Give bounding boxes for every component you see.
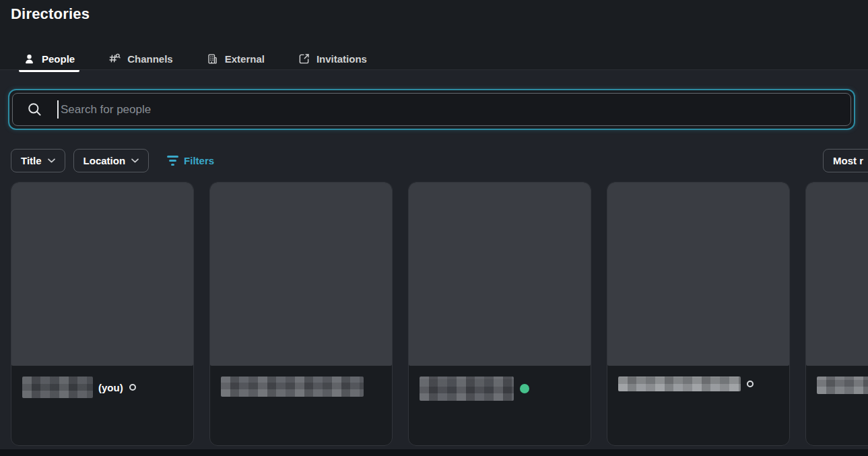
tab-label: People [42,53,75,65]
chevron-down-icon [48,158,55,163]
filters-label: Filters [184,155,214,166]
tab-label: Channels [127,53,173,65]
search-icon [27,102,42,117]
person-name-row [817,377,868,394]
redacted-name [817,377,868,394]
search-field[interactable] [12,93,851,126]
search-bar [8,89,855,130]
person-name-row [221,377,387,397]
person-card[interactable] [805,182,868,446]
tab-external[interactable]: External [205,47,266,70]
person-name-row [420,377,585,401]
person-card[interactable]: (you) [11,182,194,446]
title-filter-button[interactable]: Title [11,149,65,172]
redacted-name [221,377,364,397]
person-name-row [618,377,784,391]
sort-dropdown-button[interactable]: Most r [823,149,868,172]
person-card[interactable] [209,182,393,446]
sort-dropdown-label: Most r [833,155,863,166]
tab-label: Invitations [316,53,367,65]
you-label: (you) [98,382,123,393]
channel-browse-icon [108,53,121,65]
text-caret [57,100,59,119]
title-filter-label: Title [21,155,42,166]
person-name-row: (you) [22,377,188,398]
building-icon [207,53,218,65]
redacted-name [618,377,741,391]
invite-icon [298,53,310,65]
chevron-down-icon [131,158,139,163]
header-divider [0,69,868,70]
search-input[interactable] [61,103,850,117]
bottom-edge [0,449,868,456]
tab-invitations[interactable]: Invitations [297,47,368,70]
tab-bar: People Channels [22,47,368,70]
location-filter-label: Location [84,155,126,166]
avatar [409,183,591,366]
filters-button[interactable]: Filters [167,155,214,166]
tab-people[interactable]: People [22,47,76,70]
tab-label: External [225,53,265,65]
filter-icon [167,156,178,166]
presence-indicator [520,384,529,393]
page-title: Directories [11,5,90,23]
redacted-name [22,377,93,398]
person-card[interactable] [408,182,591,446]
avatar [210,183,392,366]
avatar [806,183,868,366]
presence-indicator [129,384,136,391]
person-icon [24,53,35,65]
location-filter-button[interactable]: Location [73,149,149,172]
filter-row: Title Location Filters [11,149,214,172]
presence-indicator [747,381,754,387]
avatar [607,183,789,366]
avatar [11,183,193,366]
tab-channels[interactable]: Channels [107,47,174,70]
person-card[interactable] [607,182,790,446]
redacted-name [420,377,514,401]
